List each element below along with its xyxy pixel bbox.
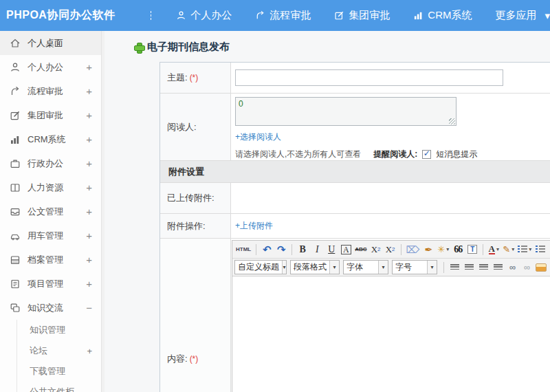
chat-squares-icon	[10, 303, 21, 314]
paste-from-word-button[interactable]: T	[465, 242, 479, 257]
sidebar-item-vehicle-management[interactable]: 用车管理 +	[0, 224, 101, 248]
sms-notify-checkbox[interactable]	[422, 150, 431, 159]
superscript-button[interactable]: X2	[369, 242, 383, 257]
bold-button[interactable]: B	[296, 242, 309, 257]
topnav-crm-system[interactable]: CRM系统	[413, 9, 472, 22]
expand-sign[interactable]: +	[86, 206, 92, 217]
sidebar-item-human-resources[interactable]: 人力资源 +	[0, 175, 101, 199]
font-size-select[interactable]: 字号 ▾	[392, 260, 437, 274]
expand-sign[interactable]: +	[86, 133, 92, 145]
topnav-personal-office[interactable]: 个人办公	[176, 9, 232, 22]
undo-button[interactable]: ↶	[260, 242, 274, 257]
heading-select[interactable]: 自定义标题 ▾	[234, 260, 287, 274]
strikethrough-button[interactable]: ABC	[353, 242, 368, 257]
sidebar-item-personal-desktop[interactable]: 个人桌面	[0, 31, 101, 55]
sidebar-subitem-download-management[interactable]: 下载管理	[17, 361, 101, 382]
sidebar-item-group-approval[interactable]: 集团审批 +	[0, 103, 101, 127]
app-logo: PHPOA协同办公软件	[0, 8, 115, 23]
sidebar-item-personal-office[interactable]: 个人办公 +	[0, 55, 101, 79]
workflow-icon	[255, 10, 265, 21]
align-justify-button[interactable]	[491, 260, 505, 275]
attachment-section-title: 附件设置	[168, 166, 204, 178]
unordered-list-button[interactable]	[534, 242, 547, 257]
topnav-group-approval[interactable]: 集团审批	[334, 9, 390, 22]
topnav-workflow-approval[interactable]: 流程审批	[255, 9, 311, 22]
remove-link-button[interactable]: ∞	[520, 260, 534, 275]
ordered-list-button[interactable]: ▾	[516, 242, 533, 257]
paragraph-format-select[interactable]: 段落格式 ▾	[290, 260, 340, 274]
sidebar-subitem-knowledge-management[interactable]: 知识管理	[17, 320, 101, 340]
attachment-action-label: 附件操作:	[167, 220, 206, 232]
sidebar-subitem-label: 下载管理	[30, 365, 92, 378]
expand-sign[interactable]: +	[86, 182, 92, 193]
sidebar-item-label: 项目管理	[28, 278, 86, 290]
rich-text-editor: HTML ↶ ↷ B I U A ABC X2 X2	[232, 240, 550, 392]
upload-attachment-link[interactable]: +上传附件	[235, 220, 273, 232]
sidebar-subitem-forum[interactable]: 论坛 +	[17, 340, 101, 361]
expand-sign[interactable]: +	[86, 278, 92, 290]
editor-content-area[interactable]	[232, 276, 550, 392]
sidebar-item-crm-system[interactable]: CRM系统 +	[0, 127, 101, 151]
expand-sign[interactable]: +	[86, 61, 92, 73]
blockquote-button[interactable]: 66	[451, 242, 465, 257]
uploaded-attachment-label-cell: 已上传附件:	[160, 183, 231, 213]
attachment-action-label-cell: 附件操作:	[160, 214, 231, 238]
caret-down-icon: ▾	[378, 261, 388, 274]
paragraph-select-value: 段落格式	[291, 261, 329, 273]
content-label: 内容:	[167, 353, 188, 365]
remove-format-eraser-button[interactable]: ⌦	[405, 242, 421, 257]
sidebar-item-workflow-approval[interactable]: 流程审批 +	[0, 79, 101, 103]
toolbar-separator	[401, 244, 402, 255]
font-style-button[interactable]: A	[339, 242, 353, 257]
expand-sign[interactable]: +	[87, 346, 92, 356]
required-mark: (*)	[190, 73, 199, 83]
unlink-icon: ∞	[524, 262, 529, 272]
align-left-button[interactable]	[448, 260, 461, 275]
hamburger-menu-icon[interactable]	[151, 11, 151, 20]
sidebar-item-knowledge-exchange[interactable]: 知识交流 −	[0, 296, 101, 320]
resize-grip[interactable]	[449, 118, 455, 124]
sidebar-item-admin-office[interactable]: 行政办公 +	[0, 151, 101, 175]
caret-down-icon[interactable]: ▾	[544, 10, 550, 22]
expand-sign[interactable]: −	[86, 302, 92, 314]
italic-button[interactable]: I	[310, 242, 324, 257]
sidebar-item-label: 公文管理	[28, 206, 86, 218]
topnav-more-apps[interactable]: 更多应用	[495, 9, 536, 22]
align-center-button[interactable]	[462, 260, 476, 275]
sidebar-item-label: CRM系统	[28, 133, 86, 146]
select-readers-link[interactable]: +选择阅读人	[235, 131, 281, 143]
sidebar-submenu: 知识管理 论坛 + 下载管理 公共文件柜	[16, 320, 101, 392]
sidebar-item-label: 个人办公	[28, 61, 86, 74]
content-row: 内容: (*) HTML ↶ ↷ B I	[160, 239, 550, 392]
sidebar-item-project-management[interactable]: 项目管理 +	[0, 272, 101, 296]
caret-down-icon: ▾	[282, 261, 286, 274]
sidebar-item-document-management[interactable]: 公文管理 +	[0, 199, 101, 224]
quick-format-wand-button[interactable]: ✳▾	[436, 242, 450, 257]
html-source-button[interactable]: HTML	[234, 242, 252, 257]
insert-link-button[interactable]: ∞	[505, 260, 519, 275]
font-color-icon: A	[489, 245, 495, 254]
heading-select-value: 自定义标题	[235, 261, 282, 273]
image-icon	[536, 263, 547, 272]
highlight-color-button[interactable]: ✎▾	[501, 242, 516, 257]
font-family-select[interactable]: 字体 ▾	[343, 260, 388, 274]
insert-image-button[interactable]	[534, 260, 548, 275]
font-color-button[interactable]: A▾	[487, 242, 500, 257]
subject-input[interactable]	[235, 69, 503, 86]
format-painter-button[interactable]: ✒	[421, 242, 435, 257]
sidebar-subitem-label: 公共文件柜	[30, 386, 92, 392]
sidebar-item-archive-management[interactable]: 档案管理 +	[0, 248, 101, 272]
expand-sign[interactable]: +	[86, 109, 92, 121]
sidebar-item-label: 档案管理	[28, 254, 86, 266]
sidebar-subitem-public-file-cabinet[interactable]: 公共文件柜	[17, 382, 101, 392]
readers-textarea[interactable]: 0	[235, 97, 456, 126]
caret-down-icon: ▾	[512, 246, 514, 252]
underline-button[interactable]: U	[324, 242, 338, 257]
subscript-button[interactable]: X2	[384, 242, 397, 257]
expand-sign[interactable]: +	[86, 230, 92, 241]
expand-sign[interactable]: +	[86, 254, 92, 265]
expand-sign[interactable]: +	[86, 157, 92, 169]
align-right-button[interactable]	[476, 260, 490, 275]
expand-sign[interactable]: +	[86, 85, 92, 97]
redo-button[interactable]: ↷	[274, 242, 288, 257]
